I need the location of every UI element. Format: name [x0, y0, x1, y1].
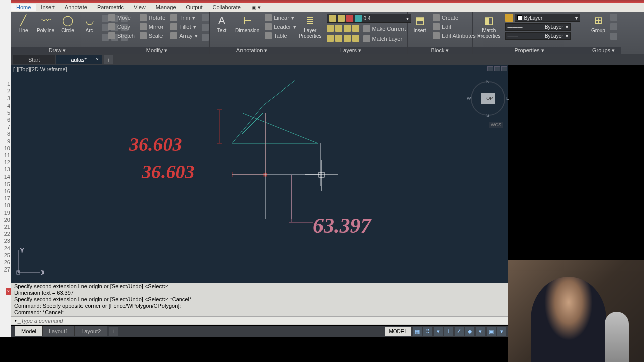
wcs-label[interactable]: WCS [489, 122, 503, 128]
tab-parametric[interactable]: Parametric [92, 4, 129, 11]
layer-tools-icons[interactable] [327, 35, 359, 43]
status-snap[interactable]: ⠿ [423, 327, 432, 336]
insert-icon: ⬒ [412, 14, 427, 27]
mirror-button[interactable]: Mirror [139, 23, 166, 31]
dimension-button[interactable]: ⊢Dimension [232, 13, 262, 34]
group-button[interactable]: ⊞Group [588, 13, 609, 34]
drawing-canvas[interactable]: [-][Top][2D Wireframe] [11, 65, 508, 283]
tab-start[interactable]: Start [13, 55, 55, 64]
status-more2[interactable]: ▾ [497, 327, 506, 336]
row-numbers: 1234567891011121314151617181920212223242… [4, 80, 10, 273]
make-current-button[interactable]: Make Current [362, 25, 407, 33]
tab-collaborate[interactable]: Collaborate [208, 4, 246, 11]
tab-layout1[interactable]: Layout1 [43, 326, 75, 336]
microphone [605, 312, 629, 362]
dimension-text-3: 63.397 [313, 214, 371, 238]
copy-button[interactable]: Copy [107, 23, 136, 31]
close-icon[interactable]: × [96, 57, 99, 62]
tab-output[interactable]: Output [181, 4, 208, 11]
arc-button[interactable]: ◡Arc [78, 13, 100, 34]
command-input-row[interactable]: ▸_ Type a command [11, 316, 508, 324]
leader-button[interactable]: Leader ▾ [264, 23, 297, 31]
tab-featured[interactable]: ▣ ▾ [246, 4, 266, 11]
viewcube[interactable]: TOP N S W E [470, 80, 506, 117]
match-layer-button[interactable]: Match Layer [362, 35, 404, 43]
group-extra-1[interactable] [610, 14, 617, 21]
panel-block: ⬒Insert Create Edit Edit Attributes ▾ Bl… [408, 12, 473, 54]
fillet-button[interactable]: Fillet ▾ [169, 23, 198, 31]
webcam-overlay [508, 260, 644, 362]
tab-insert[interactable]: Insert [36, 4, 60, 11]
text-button[interactable]: AText [211, 13, 232, 34]
add-layout[interactable]: + [109, 327, 118, 336]
polyline-button[interactable]: 〰Polyline [34, 13, 57, 34]
command-history: Specify second extension line origin or … [11, 283, 508, 316]
status-dyn[interactable]: ▾ [434, 327, 443, 336]
create-icon [433, 14, 440, 21]
tab-manage[interactable]: Manage [151, 4, 181, 11]
panel-properties-label[interactable]: Properties ▾ [473, 47, 586, 54]
viewcube-s[interactable]: S [486, 113, 489, 118]
svg-text:Y: Y [20, 247, 24, 253]
move-button[interactable]: Move [107, 14, 136, 22]
panel-annotation-label[interactable]: Annotation ▾ [210, 47, 294, 54]
viewcube-w[interactable]: W [467, 96, 471, 101]
tab-view[interactable]: View [129, 4, 151, 11]
status-more1[interactable]: ▾ [476, 327, 485, 336]
group-icon: ⊞ [591, 14, 606, 27]
layers-icon: ≣ [303, 14, 318, 27]
panel-properties: ◧Match Properties ByLayer▾ ———ByLayer▾ ─… [473, 12, 586, 54]
viewcube-n[interactable]: N [486, 79, 490, 84]
linetype-dropdown[interactable]: ───ByLayer▾ [505, 32, 571, 40]
tab-model[interactable]: Model [15, 326, 43, 336]
stretch-button[interactable]: Stretch [107, 32, 136, 40]
command-close[interactable]: × [6, 288, 11, 295]
status-ortho[interactable]: ⊥ [444, 327, 453, 336]
mirror-icon [140, 23, 147, 30]
tab-layout2[interactable]: Layout2 [75, 326, 107, 336]
insert-button[interactable]: ⬒Insert [409, 13, 430, 34]
linear-button[interactable]: Linear ▾ [264, 14, 297, 22]
status-3d[interactable]: ▣ [487, 327, 496, 336]
modify-extra-3[interactable] [202, 34, 209, 41]
color-dropdown[interactable]: ByLayer▾ [515, 14, 580, 22]
viewcube-top[interactable]: TOP [481, 93, 495, 104]
panel-draw-label[interactable]: Draw ▾ [11, 47, 104, 54]
add-tab-button[interactable]: + [104, 55, 113, 64]
linear-icon [265, 14, 272, 21]
svg-line-4 [232, 113, 263, 143]
modify-extra-1[interactable] [202, 14, 209, 21]
panel-groups-label[interactable]: Groups ▾ [586, 47, 621, 54]
panel-modify-label[interactable]: Modify ▾ [104, 47, 209, 54]
array-button[interactable]: Array ▾ [169, 32, 198, 40]
line-button[interactable]: ╱Line [13, 13, 34, 34]
color-swatch[interactable] [505, 14, 513, 22]
tab-aulas[interactable]: aulas*× [56, 55, 102, 64]
trim-button[interactable]: Trim ▾ [169, 14, 198, 22]
tab-home[interactable]: Home [11, 4, 36, 11]
lineweight-dropdown[interactable]: ———ByLayer▾ [505, 23, 571, 31]
status-polar[interactable]: ∠ [455, 327, 464, 336]
layer-dropdown[interactable]: 0.4 ▾ [327, 14, 411, 23]
match-properties-button[interactable]: ◧Match Properties [474, 13, 504, 40]
scale-button[interactable]: Scale [139, 32, 166, 40]
layer-properties-button[interactable]: ≣Layer Properties [296, 13, 325, 40]
layer-state-icons[interactable] [327, 25, 359, 33]
circle-icon: ◯ [60, 14, 75, 27]
status-grid[interactable]: ▦ [413, 327, 422, 336]
dimension-icon: ⊢ [240, 14, 255, 27]
rotate-button[interactable]: Rotate [139, 14, 166, 22]
status-model[interactable]: MODEL [385, 327, 411, 336]
panel-block-label[interactable]: Block ▾ [408, 47, 472, 54]
table-button[interactable]: Table [264, 32, 297, 40]
status-iso[interactable]: ◆ [465, 327, 474, 336]
ucs-icon: Y X [14, 246, 44, 277]
modify-extra-2[interactable] [202, 24, 209, 31]
viewcube-e[interactable]: E [506, 96, 509, 101]
tab-annotate[interactable]: Annotate [60, 4, 92, 11]
circle-button[interactable]: ◯Circle [57, 13, 78, 34]
ribbon-body: ╱Line 〰Polyline ◯Circle ◡Arc Draw ▾ Move… [11, 12, 644, 54]
group-extra-3[interactable] [610, 33, 617, 40]
panel-layers-label[interactable]: Layers ▾ [294, 47, 407, 54]
group-extra-2[interactable] [610, 23, 617, 30]
